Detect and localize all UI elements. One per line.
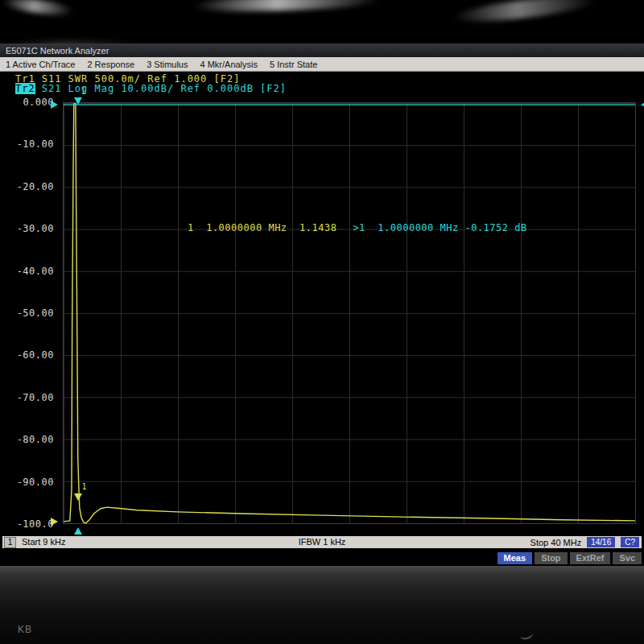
status-button-meas[interactable]: Meas (497, 552, 533, 564)
y-axis-label: 0.000 (23, 97, 54, 108)
channel-status-bar: 1 Start 9 kHz IFBW 1 kHz Stop 40 MHz 14/… (2, 536, 642, 548)
y-axis-label: -70.00 (17, 392, 54, 403)
start-frequency: Start 9 kHz (22, 537, 65, 547)
marker-readout-tr1: 1 1.0000000 MHz 1.1438 (188, 222, 336, 233)
analyzer-screen: Tr1S11 SWR 500.0m/ Ref 1.000 [F2] Tr2S21… (0, 72, 644, 566)
glare-streak (452, 0, 597, 27)
bezel: KB (0, 566, 644, 644)
menu-item-3[interactable]: 3 Stimulus (147, 60, 188, 69)
trace2-id: Tr2 (15, 83, 35, 94)
tr2-ref-level-right-icon (641, 101, 644, 109)
y-axis-label: -20.00 (17, 181, 54, 192)
glare-mark (519, 629, 534, 641)
ifbw-value: IFBW 1 kHz (299, 537, 346, 547)
marker-readout: 1 1.0000000 MHz 1.1438>1 1.0000000 MHz -… (188, 222, 527, 233)
y-axis-labels: 0.000-10.00-20.00-30.00-40.00-50.00-60.0… (0, 102, 58, 524)
photo-frame: E5071C Network Analyzer 1 Active Ch/Trac… (0, 0, 644, 644)
system-status-bar: MeasStopExtRefSvc (2, 551, 642, 565)
y-axis-label: -30.00 (17, 223, 54, 234)
menu-bar: 1 Active Ch/Trace2 Response3 Stimulus4 M… (0, 57, 644, 72)
status-button-svc[interactable]: Svc (613, 552, 642, 564)
menu-item-5[interactable]: 5 Instr State (270, 60, 317, 69)
y-axis-label: -40.00 (17, 266, 54, 277)
y-axis-label: -60.00 (17, 349, 54, 361)
y-axis-label: -10.00 (17, 138, 54, 150)
glare-streak (1, 0, 74, 18)
marker-readout-tr2: >1 1.0000000 MHz -0.1752 dB (353, 222, 526, 233)
y-axis-label: -100.0 (17, 518, 54, 530)
trace-line-tr1-swr (64, 104, 635, 523)
window-title: E5071C Network Analyzer (6, 46, 109, 56)
channel-number: 1 (4, 537, 16, 548)
stop-frequency: Stop 40 MHz (530, 538, 582, 547)
title-bar: E5071C Network Analyzer (0, 43, 644, 57)
menu-item-2[interactable]: 2 Response (87, 60, 134, 69)
status-button-stop[interactable]: Stop (535, 552, 567, 564)
trace-plot (64, 103, 635, 523)
status-right-group: Stop 40 MHz 14/16 C? (530, 536, 639, 548)
menu-item-1[interactable]: 1 Active Ch/Trace (6, 60, 75, 69)
points-badge: 14/16 (587, 537, 615, 547)
y-axis-label: -50.00 (17, 308, 54, 319)
menu-item-4[interactable]: 4 Mkr/Analysis (200, 60, 258, 69)
trigger-badge: C? (621, 537, 639, 547)
plot-area[interactable]: 11 1 1.0000000 MHz 1.1438>1 1.0000000 MH… (63, 102, 636, 524)
y-axis-label: -80.00 (17, 434, 54, 445)
trace2-params: S21 Log Mag 10.00dB/ Ref 0.000dB [F2] (42, 83, 287, 94)
trace2-status-line: Tr2S21 Log Mag 10.00dB/ Ref 0.000dB [F2] (15, 83, 287, 94)
glare-streak (192, 0, 382, 14)
marker1-stimulus-icon (74, 527, 82, 535)
y-axis-label: -90.00 (17, 477, 54, 488)
bezel-label: KB (18, 624, 32, 635)
status-button-extref[interactable]: ExtRef (570, 552, 611, 564)
